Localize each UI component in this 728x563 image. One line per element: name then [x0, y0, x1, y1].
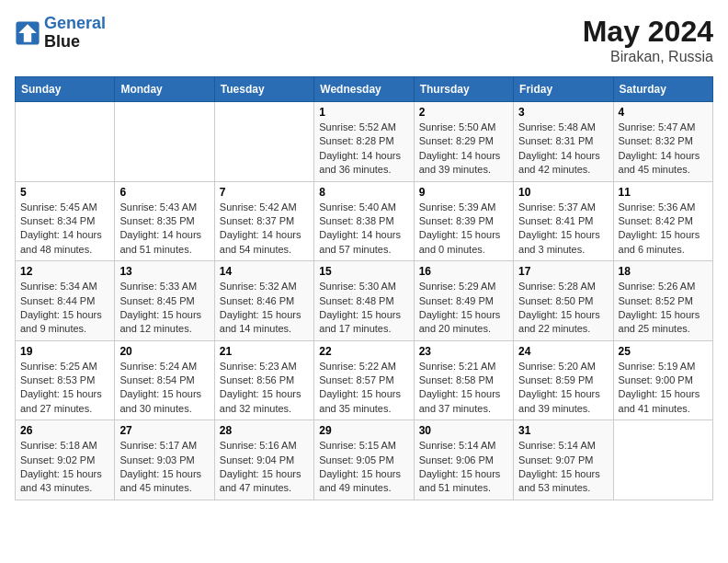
day-number: 8 — [319, 186, 408, 199]
day-info: Sunrise: 5:30 AM Sunset: 8:48 PM Dayligh… — [319, 280, 408, 337]
calendar-empty — [613, 420, 712, 500]
day-info: Sunrise: 5:40 AM Sunset: 8:38 PM Dayligh… — [319, 201, 408, 258]
day-info: Sunrise: 5:43 AM Sunset: 8:35 PM Dayligh… — [119, 201, 209, 258]
day-number: 21 — [220, 345, 309, 358]
calendar-day-24: 24Sunrise: 5:20 AM Sunset: 8:59 PM Dayli… — [514, 340, 613, 420]
col-header-saturday: Saturday — [613, 77, 712, 102]
calendar-day-20: 20Sunrise: 5:24 AM Sunset: 8:54 PM Dayli… — [115, 340, 214, 420]
logo-text: General Blue — [44, 15, 106, 52]
calendar-day-22: 22Sunrise: 5:22 AM Sunset: 8:57 PM Dayli… — [314, 340, 414, 420]
day-info: Sunrise: 5:52 AM Sunset: 8:28 PM Dayligh… — [319, 121, 408, 178]
month-title: May 2024 — [583, 15, 713, 49]
day-number: 7 — [220, 186, 309, 199]
calendar-day-16: 16Sunrise: 5:29 AM Sunset: 8:49 PM Dayli… — [414, 261, 513, 341]
calendar-day-7: 7Sunrise: 5:42 AM Sunset: 8:37 PM Daylig… — [214, 181, 313, 261]
day-info: Sunrise: 5:34 AM Sunset: 8:44 PM Dayligh… — [20, 280, 109, 337]
calendar-day-21: 21Sunrise: 5:23 AM Sunset: 8:56 PM Dayli… — [214, 340, 313, 420]
day-info: Sunrise: 5:42 AM Sunset: 8:37 PM Dayligh… — [220, 201, 309, 258]
calendar-day-19: 19Sunrise: 5:25 AM Sunset: 8:53 PM Dayli… — [16, 340, 115, 420]
calendar-day-3: 3Sunrise: 5:48 AM Sunset: 8:31 PM Daylig… — [514, 102, 613, 182]
day-number: 19 — [20, 345, 109, 358]
col-header-monday: Monday — [115, 77, 214, 102]
calendar-day-6: 6Sunrise: 5:43 AM Sunset: 8:35 PM Daylig… — [115, 181, 214, 261]
calendar-week-row: 19Sunrise: 5:25 AM Sunset: 8:53 PM Dayli… — [16, 340, 713, 420]
day-number: 17 — [518, 265, 608, 278]
day-number: 1 — [319, 106, 408, 119]
day-info: Sunrise: 5:47 AM Sunset: 8:32 PM Dayligh… — [619, 121, 708, 178]
day-number: 29 — [319, 424, 408, 437]
day-info: Sunrise: 5:16 AM Sunset: 9:04 PM Dayligh… — [220, 439, 309, 496]
logo-line1: General — [44, 14, 106, 32]
day-number: 15 — [319, 265, 408, 278]
day-info: Sunrise: 5:37 AM Sunset: 8:41 PM Dayligh… — [518, 201, 608, 258]
day-number: 3 — [518, 106, 608, 119]
calendar-day-18: 18Sunrise: 5:26 AM Sunset: 8:52 PM Dayli… — [613, 261, 712, 341]
day-info: Sunrise: 5:19 AM Sunset: 9:00 PM Dayligh… — [619, 360, 708, 417]
day-number: 14 — [220, 265, 309, 278]
day-info: Sunrise: 5:21 AM Sunset: 8:58 PM Dayligh… — [419, 360, 508, 417]
calendar-day-4: 4Sunrise: 5:47 AM Sunset: 8:32 PM Daylig… — [613, 102, 712, 182]
day-info: Sunrise: 5:14 AM Sunset: 9:07 PM Dayligh… — [518, 439, 608, 496]
day-number: 12 — [20, 265, 109, 278]
day-info: Sunrise: 5:29 AM Sunset: 8:49 PM Dayligh… — [419, 280, 508, 337]
calendar-week-row: 12Sunrise: 5:34 AM Sunset: 8:44 PM Dayli… — [16, 261, 713, 341]
calendar-day-15: 15Sunrise: 5:30 AM Sunset: 8:48 PM Dayli… — [314, 261, 414, 341]
calendar-day-29: 29Sunrise: 5:15 AM Sunset: 9:05 PM Dayli… — [314, 420, 414, 500]
day-number: 16 — [419, 265, 508, 278]
calendar-week-row: 26Sunrise: 5:18 AM Sunset: 9:02 PM Dayli… — [16, 420, 713, 500]
calendar-week-row: 1Sunrise: 5:52 AM Sunset: 8:28 PM Daylig… — [16, 102, 713, 182]
calendar-empty — [115, 102, 214, 182]
calendar-day-31: 31Sunrise: 5:14 AM Sunset: 9:07 PM Dayli… — [514, 420, 613, 500]
day-info: Sunrise: 5:24 AM Sunset: 8:54 PM Dayligh… — [119, 360, 209, 417]
col-header-friday: Friday — [514, 77, 613, 102]
day-info: Sunrise: 5:33 AM Sunset: 8:45 PM Dayligh… — [119, 280, 209, 337]
calendar-day-28: 28Sunrise: 5:16 AM Sunset: 9:04 PM Dayli… — [214, 420, 313, 500]
page-header: General Blue May 2024 Birakan, Russia — [15, 15, 713, 65]
day-number: 23 — [419, 345, 508, 358]
day-number: 22 — [319, 345, 408, 358]
day-info: Sunrise: 5:14 AM Sunset: 9:06 PM Dayligh… — [419, 439, 508, 496]
day-info: Sunrise: 5:36 AM Sunset: 8:42 PM Dayligh… — [619, 201, 708, 258]
calendar-week-row: 5Sunrise: 5:45 AM Sunset: 8:34 PM Daylig… — [16, 181, 713, 261]
day-info: Sunrise: 5:25 AM Sunset: 8:53 PM Dayligh… — [20, 360, 109, 417]
calendar-day-13: 13Sunrise: 5:33 AM Sunset: 8:45 PM Dayli… — [115, 261, 214, 341]
title-block: May 2024 Birakan, Russia — [583, 15, 713, 65]
calendar-day-23: 23Sunrise: 5:21 AM Sunset: 8:58 PM Dayli… — [414, 340, 513, 420]
day-number: 11 — [619, 186, 708, 199]
calendar-day-11: 11Sunrise: 5:36 AM Sunset: 8:42 PM Dayli… — [613, 181, 712, 261]
day-number: 25 — [619, 345, 708, 358]
calendar-day-8: 8Sunrise: 5:40 AM Sunset: 8:38 PM Daylig… — [314, 181, 414, 261]
day-info: Sunrise: 5:23 AM Sunset: 8:56 PM Dayligh… — [220, 360, 309, 417]
col-header-sunday: Sunday — [16, 77, 115, 102]
calendar-day-27: 27Sunrise: 5:17 AM Sunset: 9:03 PM Dayli… — [115, 420, 214, 500]
day-info: Sunrise: 5:22 AM Sunset: 8:57 PM Dayligh… — [319, 360, 408, 417]
col-header-thursday: Thursday — [414, 77, 513, 102]
day-info: Sunrise: 5:45 AM Sunset: 8:34 PM Dayligh… — [20, 201, 109, 258]
day-info: Sunrise: 5:48 AM Sunset: 8:31 PM Dayligh… — [518, 121, 608, 178]
calendar-header-row: SundayMondayTuesdayWednesdayThursdayFrid… — [16, 77, 713, 102]
day-info: Sunrise: 5:32 AM Sunset: 8:46 PM Dayligh… — [220, 280, 309, 337]
day-number: 27 — [119, 424, 209, 437]
calendar-empty — [214, 102, 313, 182]
calendar-day-1: 1Sunrise: 5:52 AM Sunset: 8:28 PM Daylig… — [314, 102, 414, 182]
calendar-day-17: 17Sunrise: 5:28 AM Sunset: 8:50 PM Dayli… — [514, 261, 613, 341]
logo: General Blue — [15, 15, 106, 52]
calendar-day-10: 10Sunrise: 5:37 AM Sunset: 8:41 PM Dayli… — [514, 181, 613, 261]
day-info: Sunrise: 5:15 AM Sunset: 9:05 PM Dayligh… — [319, 439, 408, 496]
day-info: Sunrise: 5:50 AM Sunset: 8:29 PM Dayligh… — [419, 121, 508, 178]
day-number: 24 — [518, 345, 608, 358]
day-info: Sunrise: 5:26 AM Sunset: 8:52 PM Dayligh… — [619, 280, 708, 337]
calendar-day-14: 14Sunrise: 5:32 AM Sunset: 8:46 PM Dayli… — [214, 261, 313, 341]
day-number: 2 — [419, 106, 508, 119]
day-number: 5 — [20, 186, 109, 199]
calendar-day-9: 9Sunrise: 5:39 AM Sunset: 8:39 PM Daylig… — [414, 181, 513, 261]
day-number: 9 — [419, 186, 508, 199]
location: Birakan, Russia — [583, 49, 713, 65]
day-number: 30 — [419, 424, 508, 437]
calendar-table: SundayMondayTuesdayWednesdayThursdayFrid… — [15, 76, 713, 500]
col-header-tuesday: Tuesday — [214, 77, 313, 102]
day-number: 20 — [119, 345, 209, 358]
day-info: Sunrise: 5:17 AM Sunset: 9:03 PM Dayligh… — [119, 439, 209, 496]
logo-line2: Blue — [44, 33, 106, 52]
calendar-day-5: 5Sunrise: 5:45 AM Sunset: 8:34 PM Daylig… — [16, 181, 115, 261]
